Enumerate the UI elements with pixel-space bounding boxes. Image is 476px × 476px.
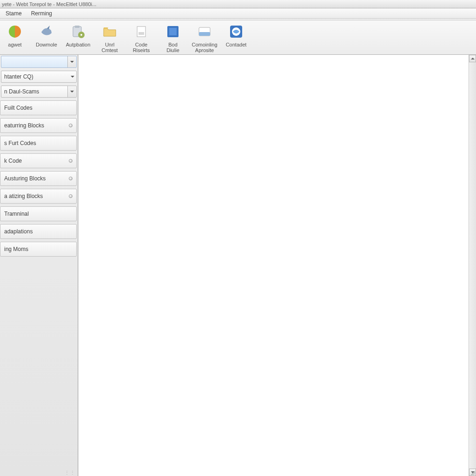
toolbar-label2: Cmtest [102, 47, 118, 53]
toolbar-label: Contadet [226, 42, 247, 47]
sidebar-item-furt-codes[interactable]: s Furt Codes [0, 136, 77, 151]
blue-tile-icon [165, 23, 181, 40]
toolbar-label: Unrl [105, 42, 114, 47]
svg-point-3 [80, 34, 82, 36]
sidebar-item-label: a atizing Blocks [4, 193, 43, 199]
svg-rect-4 [137, 26, 145, 37]
toolbar-label2: Aprosite [195, 47, 214, 53]
combo-htanter[interactable]: htanter CQ) [1, 71, 77, 83]
sidebar-item-label: Austuring Blocks [4, 175, 46, 182]
window-resize-grip-icon[interactable] [469, 469, 475, 475]
sidebar-item-k-code[interactable]: k Code [0, 153, 77, 168]
scroll-up-button[interactable] [469, 55, 476, 62]
content-area [78, 55, 476, 476]
sidebar-item-adaplations[interactable]: adaplations [0, 224, 77, 239]
title-text: yete - Webt Torepol te - MecEltlet U880i… [2, 1, 96, 7]
toolbar-label: agwet [8, 42, 21, 47]
sidebar-item-label: adaplations [4, 228, 33, 235]
combo-value: htanter CQ) [4, 73, 33, 80]
sidebar: htanter CQ) n Daul-Scams Fuilt Codes eat… [0, 55, 78, 476]
body-area: htanter CQ) n Daul-Scams Fuilt Codes eat… [0, 55, 476, 476]
toolbar-label: Dowmole [36, 42, 57, 47]
document-icon [133, 23, 150, 40]
sidebar-resize-grip-icon[interactable]: ⋮⋮ [0, 470, 78, 476]
card-icon [196, 23, 213, 40]
svg-rect-9 [199, 32, 210, 36]
sidebar-item-fuilt-codes[interactable]: Fuilt Codes [0, 100, 77, 115]
toolbar-btn-bod[interactable]: Bod Diulie [159, 21, 187, 54]
folder-icon [101, 23, 118, 40]
spacer [0, 259, 78, 467]
title-bar: yete - Webt Torepol te - MecEltlet U880i… [0, 0, 476, 8]
toolbar-btn-autpbation[interactable]: Autpbation [64, 21, 92, 54]
clipboard-gear-icon [70, 23, 86, 40]
sidebar-item-label: s Furt Codes [4, 140, 36, 146]
toolbar-label: Bod [168, 42, 178, 47]
toolbar: agwet Dowmole Autpbation Unrl Cmtest [0, 20, 476, 55]
sidebar-item-label: k Code [4, 158, 22, 164]
combo-selector-top[interactable] [1, 56, 77, 68]
vertical-scrollbar[interactable] [469, 55, 476, 476]
sidebar-item-label: Fuilt Codes [4, 105, 33, 111]
toolbar-label: Autpbation [66, 42, 91, 47]
sidebar-item-ing-moms[interactable]: ing Moms [0, 242, 77, 257]
toolbar-btn-comoinling[interactable]: Comoinling Aprosite [191, 21, 218, 54]
svg-rect-1 [75, 26, 79, 28]
toolbar-label2: Riseirts [133, 47, 150, 53]
leaf-icon [7, 23, 23, 40]
status-dot-icon [69, 159, 73, 163]
toolbar-btn-agwet[interactable]: agwet [1, 21, 29, 54]
chevron-up-icon [471, 58, 475, 60]
globe-icon [228, 23, 245, 40]
sidebar-item-eaturring-blocks[interactable]: eaturring Blocks [0, 118, 77, 133]
chevron-down-icon [67, 56, 76, 67]
combo-daul-scams[interactable]: n Daul-Scams [1, 86, 77, 98]
toolbar-label: Comoinling [192, 42, 217, 47]
sidebar-item-label: Tramninal [4, 211, 29, 217]
status-dot-icon [69, 124, 73, 127]
svg-rect-7 [169, 28, 177, 35]
toolbar-btn-dowmole[interactable]: Dowmole [33, 21, 60, 54]
sidebar-item-label: ing Moms [4, 246, 28, 252]
combo-value: n Daul-Scams [4, 88, 39, 95]
chevron-down-icon [67, 86, 76, 97]
toolbar-btn-unrl[interactable]: Unrl Cmtest [96, 21, 124, 54]
status-dot-icon [69, 177, 73, 180]
toolbar-label2: Diulie [166, 47, 179, 53]
sidebar-item-austuring-blocks[interactable]: Austuring Blocks [0, 171, 77, 186]
sidebar-item-label: eaturring Blocks [4, 122, 44, 129]
bird-icon [38, 23, 55, 40]
toolbar-btn-code[interactable]: Code Riseirts [127, 21, 155, 54]
toolbar-btn-contadet[interactable]: Contadet [222, 21, 250, 54]
status-dot-icon [69, 194, 73, 198]
chevron-down-icon [71, 76, 74, 78]
svg-rect-5 [139, 32, 144, 35]
sidebar-item-atizing-blocks[interactable]: a atizing Blocks [0, 189, 77, 204]
menu-stame[interactable]: Stame [1, 9, 26, 18]
sidebar-item-tramninal[interactable]: Tramninal [0, 206, 77, 221]
app-window: yete - Webt Torepol te - MecEltlet U880i… [0, 0, 476, 476]
toolbar-label: Code [135, 42, 147, 47]
menu-rerming[interactable]: Rerming [26, 9, 57, 18]
menu-bar: Stame Rerming [0, 8, 476, 19]
